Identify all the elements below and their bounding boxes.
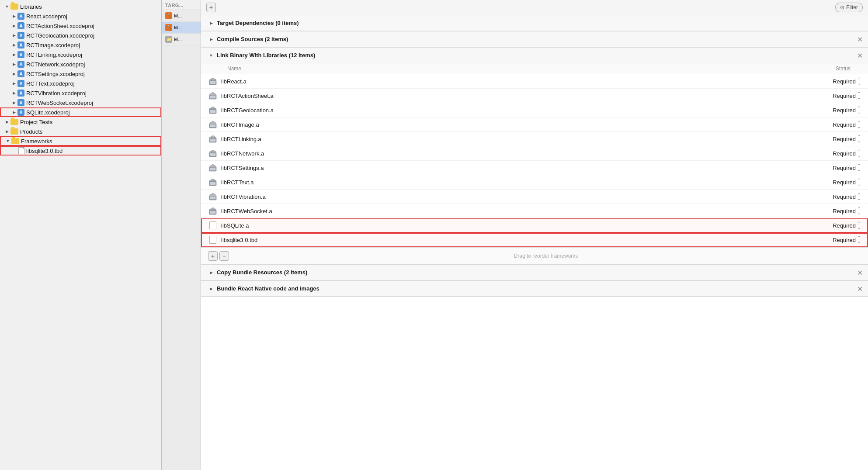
sidebar-item-label: Libraries bbox=[20, 3, 158, 10]
sidebar-item-rctactionsheet[interactable]: RCTActionSheet.xcodeproj bbox=[0, 21, 161, 31]
target-item-1[interactable]: 🔨 M... bbox=[162, 10, 201, 22]
lib-name: libRCTImage.a bbox=[221, 121, 809, 128]
stepper-icon[interactable] bbox=[858, 221, 861, 230]
sidebar-item-frameworks[interactable]: Frameworks bbox=[0, 136, 161, 146]
lib-status: Required bbox=[809, 149, 861, 158]
section-close-button[interactable]: ✕ bbox=[857, 284, 863, 293]
disclosure-icon bbox=[10, 41, 17, 48]
disclosure-icon bbox=[10, 61, 17, 68]
sidebar-item-rctgeolocation[interactable]: RCTGeolocation.xcodeproj bbox=[0, 31, 161, 40]
lib-status: Required bbox=[809, 121, 861, 129]
section-header-target-dependencies[interactable]: Target Dependencies (0 items) bbox=[201, 15, 868, 31]
sidebar-item-label: RCTWebSocket.xcodeproj bbox=[26, 100, 158, 106]
stepper-icon[interactable] bbox=[858, 236, 861, 244]
section-bundle-react-native: Bundle React Native code and images ✕ bbox=[201, 281, 868, 297]
target-item-2[interactable]: 🔨 M... bbox=[162, 22, 201, 34]
xcodeproj-icon bbox=[17, 41, 24, 48]
target-label: M... bbox=[174, 37, 182, 42]
section-header-copy-bundle[interactable]: Copy Bundle Resources (2 items) ✕ bbox=[201, 265, 868, 280]
section-header-bundle-react-native[interactable]: Bundle React Native code and images ✕ bbox=[201, 281, 868, 297]
sidebar-item-libsqlite3-tbd[interactable]: libsqlite3.0.tbd bbox=[0, 146, 161, 156]
stepper-icon[interactable] bbox=[858, 178, 861, 187]
stepper-icon[interactable] bbox=[858, 77, 861, 86]
lib-icon bbox=[208, 120, 218, 129]
disclosure-icon bbox=[3, 3, 10, 10]
sidebar-item-label: SQLite.xcodeproj bbox=[26, 109, 158, 116]
stepper-icon[interactable] bbox=[858, 92, 861, 100]
target-item-3[interactable]: 📁 M... bbox=[162, 34, 201, 45]
section-target-dependencies: Target Dependencies (0 items) bbox=[201, 15, 868, 31]
sidebar-item-libraries[interactable]: Libraries bbox=[0, 2, 161, 11]
lib-icon bbox=[208, 106, 218, 114]
svg-marker-7 bbox=[209, 107, 216, 109]
stepper-icon[interactable] bbox=[858, 135, 861, 143]
sidebar-item-rctsettings[interactable]: RCTSettings.xcodeproj bbox=[0, 69, 161, 79]
filter-button[interactable]: ⊙ Filter bbox=[835, 3, 863, 12]
lib-icon bbox=[208, 77, 218, 86]
add-library-button[interactable]: + bbox=[208, 251, 218, 261]
table-row[interactable]: libRCTImage.a Required bbox=[201, 118, 868, 132]
section-content-link-binary: Name Status libReact.a Required bbox=[201, 63, 868, 264]
lib-icon bbox=[208, 135, 218, 143]
table-row[interactable]: libRCTWebSocket.a Required bbox=[201, 204, 868, 218]
table-row-libsqlite[interactable]: libSQLite.a Required bbox=[201, 218, 868, 233]
stepper-icon[interactable] bbox=[858, 121, 861, 129]
stepper-icon[interactable] bbox=[858, 164, 861, 172]
lib-icon bbox=[208, 149, 218, 158]
sidebar-item-label: RCTLinking.xcodeproj bbox=[26, 52, 158, 58]
table-row[interactable]: libReact.a Required bbox=[201, 74, 868, 89]
disclosure-icon bbox=[10, 51, 17, 58]
disclosure-arrow-icon bbox=[208, 52, 214, 59]
table-row[interactable]: libRCTGeolocation.a Required bbox=[201, 103, 868, 118]
table-row[interactable]: libRCTText.a Required bbox=[201, 175, 868, 190]
section-header-link-binary[interactable]: Link Binary With Libraries (12 items) ✕ bbox=[201, 48, 868, 63]
sidebar-item-products[interactable]: Products bbox=[0, 127, 161, 136]
section-title: Bundle React Native code and images bbox=[217, 285, 319, 292]
table-row[interactable]: libRCTNetwork.a Required bbox=[201, 146, 868, 161]
lib-name: libReact.a bbox=[221, 78, 809, 85]
stepper-icon[interactable] bbox=[858, 193, 861, 201]
xcodeproj-icon bbox=[17, 99, 24, 106]
table-row[interactable]: libRCTLinking.a Required bbox=[201, 132, 868, 146]
column-name-header: Name bbox=[227, 66, 809, 72]
section-title: Link Binary With Libraries (12 items) bbox=[217, 52, 315, 59]
xcodeproj-icon bbox=[17, 80, 24, 87]
svg-rect-2 bbox=[210, 81, 215, 84]
file-navigator: Libraries React.xcodeproj RCTActionSheet… bbox=[0, 0, 162, 470]
toolbar: + ⊙ Filter bbox=[201, 0, 868, 15]
sidebar-item-rctimage[interactable]: RCTImage.xcodeproj bbox=[0, 40, 161, 50]
doc-icon bbox=[209, 236, 216, 244]
svg-marker-22 bbox=[209, 179, 216, 181]
table-row-libsqlite3-tbd[interactable]: libsqlite3.0.tbd Required bbox=[201, 233, 868, 247]
sidebar-item-project-tests[interactable]: Project Tests bbox=[0, 117, 161, 127]
lib-name: libSQLite.a bbox=[221, 222, 809, 229]
sidebar-item-rctvibration[interactable]: RCTVibration.xcodeproj bbox=[0, 88, 161, 98]
svg-marker-1 bbox=[209, 78, 216, 80]
table-row[interactable]: libRCTVibration.a Required bbox=[201, 190, 868, 204]
stepper-icon[interactable] bbox=[858, 106, 861, 114]
disclosure-arrow-icon bbox=[208, 286, 214, 292]
sidebar-item-label: RCTText.xcodeproj bbox=[26, 80, 158, 87]
section-header-compile-sources[interactable]: Compile Sources (2 items) ✕ bbox=[201, 31, 868, 47]
sidebar-item-sqlite[interactable]: SQLite.xcodeproj bbox=[0, 107, 161, 117]
stepper-icon[interactable] bbox=[858, 149, 861, 158]
stepper-icon[interactable] bbox=[858, 207, 861, 215]
lib-name: libRCTActionSheet.a bbox=[221, 93, 809, 99]
table-row[interactable]: libRCTActionSheet.a Required bbox=[201, 89, 868, 103]
sidebar-item-rctwebsocket[interactable]: RCTWebSocket.xcodeproj bbox=[0, 98, 161, 107]
section-close-button[interactable]: ✕ bbox=[857, 268, 863, 276]
sidebar-item-rcttext[interactable]: RCTText.xcodeproj bbox=[0, 79, 161, 88]
lib-icon bbox=[208, 235, 218, 244]
lib-name: libRCTText.a bbox=[221, 179, 809, 186]
section-close-button[interactable]: ✕ bbox=[857, 35, 863, 43]
sidebar-item-rctlinking[interactable]: RCTLinking.xcodeproj bbox=[0, 50, 161, 59]
table-row[interactable]: libRCTSettings.a Required bbox=[201, 161, 868, 175]
lib-icon bbox=[208, 207, 218, 215]
sidebar-item-react-xcodeproj[interactable]: React.xcodeproj bbox=[0, 11, 161, 21]
section-close-button[interactable]: ✕ bbox=[857, 51, 863, 59]
remove-library-button[interactable]: − bbox=[219, 251, 229, 261]
disclosure-icon bbox=[10, 80, 17, 87]
sidebar-item-rctnetwork[interactable]: RCTNetwork.xcodeproj bbox=[0, 59, 161, 69]
add-button[interactable]: + bbox=[206, 3, 216, 12]
lib-name: libRCTGeolocation.a bbox=[221, 107, 809, 114]
